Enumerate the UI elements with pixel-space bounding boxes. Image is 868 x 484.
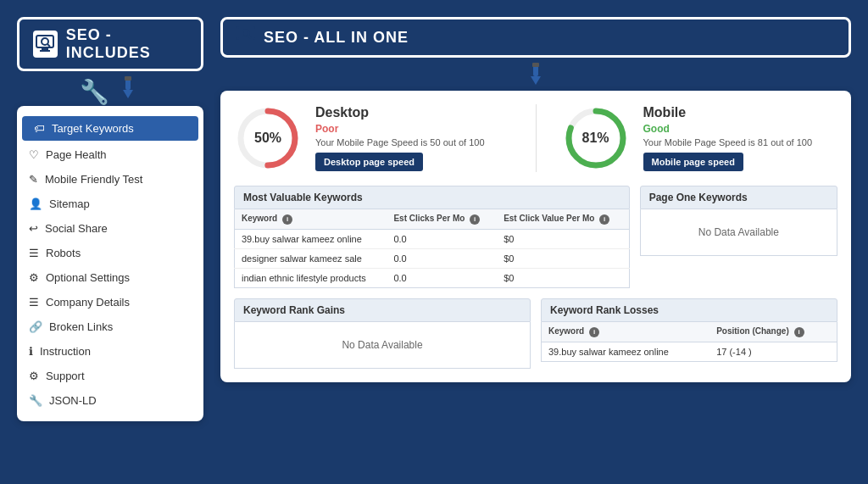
left-panel: SEO - INCLUDES 🔧 🏷 Target Keywords ♡ Pag… [17,17,203,421]
svg-rect-2 [40,50,50,52]
seo-all-in-one-header: SEO - ALL IN ONE [220,17,851,58]
svg-marker-6 [123,90,133,98]
mobile-speed-info: Mobile Good Your Mobile Page Speed is 81… [643,105,813,171]
keyword-rank-gains-header: Keyword Rank Gains [234,298,531,322]
seo-all-icon-box [236,26,255,48]
share-icon: ↩ [29,222,38,235]
bottom-tables-row: Keyword Rank Gains No Data Available Key… [234,298,837,369]
seo-all-in-one-title: SEO - ALL IN ONE [264,29,409,47]
json-icon: 🔧 [29,394,42,407]
position-col-header: Position (Change) i [709,322,837,342]
instruction-icon: ℹ [29,345,33,358]
value-col-header: Est Click Value Per Mo i [497,209,629,230]
keyword-col-header: Keyword i [235,209,387,230]
company-icon: ☰ [29,296,39,309]
right-arrow-down [523,61,548,89]
keyword-cell: designer salwar kameez sale [235,249,387,269]
desktop-speed-card: 50% Desktop Poor Your Mobile Page Speed … [234,104,510,172]
value-cell: $0 [497,230,629,249]
keyword-rank-gains-no-data: No Data Available [234,322,531,369]
mobile-gauge-label: 81% [581,131,609,146]
clicks-cell: 0.0 [387,249,497,269]
keyword-rank-losses-table: Keyword i Position (Change) i [541,322,837,362]
desktop-status: Poor [315,123,485,135]
clicks-cell: 0.0 [387,230,497,249]
page-one-keywords-header: Page One Keywords [640,186,837,209]
keyword-cell: indian ethnic lifestyle products [235,269,387,288]
speed-divider [536,104,537,172]
loss-keyword-col-header: Keyword i [542,322,710,342]
svg-line-4 [47,44,50,47]
page-one-keywords-section: Page One Keywords No Data Available [640,186,837,288]
desktop-speed-info: Desktop Poor Your Mobile Page Speed is 5… [315,105,485,171]
most-valuable-keywords-header: Most Valuable Keywords [234,186,630,209]
most-valuable-keywords-table: Keyword i Est Clicks Per Mo i Est Click … [234,209,630,288]
seo-includes-header: SEO - INCLUDES [17,17,203,71]
value-info-icon[interactable]: i [599,214,609,225]
svg-point-3 [42,38,48,45]
page-one-keywords-no-data: No Data Available [640,209,837,256]
svg-line-12 [248,36,251,38]
keyword-rank-losses-header: Keyword Rank Losses [541,298,837,322]
sidebar-item-company-details[interactable]: ☰ Company Details [17,290,203,314]
sidebar-item-target-keywords[interactable]: 🏷 Target Keywords [22,116,198,141]
sidebar: 🏷 Target Keywords ♡ Page Health ✎ Mobile… [17,106,203,421]
settings-icon: ⚙ [29,271,39,284]
sidebar-item-social-share[interactable]: ↩ Social Share [17,216,203,241]
clicks-info-icon[interactable]: i [470,214,480,225]
sidebar-item-optional-settings[interactable]: ⚙ Optional Settings [17,265,203,290]
most-valuable-keywords-section: Most Valuable Keywords Keyword i Est Cli… [234,186,630,288]
sitemap-icon: 👤 [29,197,42,210]
sidebar-item-page-health[interactable]: ♡ Page Health [17,142,203,167]
svg-rect-9 [242,39,249,42]
sidebar-item-json-ld[interactable]: 🔧 JSON-LD [17,388,203,413]
desktop-speed-button[interactable]: Desktop page speed [315,153,423,171]
sidebar-item-support[interactable]: ⚙ Support [17,364,203,388]
desktop-description: Your Mobile Page Speed is 50 out of 100 [315,137,485,147]
mobile-gauge: 81% [562,104,630,172]
heart-icon: ♡ [29,148,39,161]
paintbrush-icon-right [523,61,548,86]
seo-includes-title: SEO - INCLUDES [66,26,187,62]
top-tables-row: Most Valuable Keywords Keyword i Est Cli… [234,186,837,288]
position-info-icon[interactable]: i [794,327,804,337]
speed-section: 50% Desktop Poor Your Mobile Page Speed … [234,104,837,172]
svg-point-11 [242,30,249,36]
clicks-col-header: Est Clicks Per Mo i [387,209,497,230]
left-arrow-down: 🔧 [80,75,142,104]
svg-marker-14 [531,76,541,85]
mobile-speed-card: 81% Mobile Good Your Mobile Page Speed i… [562,104,838,172]
sidebar-item-robots[interactable]: ☰ Robots [17,241,203,265]
keyword-cell: 39.buy salwar kameez online [235,230,387,249]
support-icon: ⚙ [29,370,39,382]
tag-icon: 🏷 [34,122,45,135]
svg-rect-15 [532,63,539,67]
mobile-description: Your Mobile Page Speed is 81 out of 100 [643,137,813,147]
clicks-cell: 0.0 [387,269,497,288]
seo-includes-icon-box [33,31,58,58]
sidebar-item-sitemap[interactable]: 👤 Sitemap [17,192,203,216]
mobile-icon: ✎ [29,173,38,186]
loss-keyword-info-icon[interactable]: i [589,327,599,337]
sidebar-item-mobile-friendly[interactable]: ✎ Mobile Friendly Test [17,167,203,192]
value-cell: $0 [497,269,629,288]
keyword-info-icon[interactable]: i [282,214,292,225]
svg-rect-1 [42,47,48,50]
robots-icon: ☰ [29,247,39,259]
loss-keyword-cell: 39.buy salwar kameez online [542,342,710,362]
sidebar-item-instruction[interactable]: ℹ Instruction [17,339,203,364]
svg-rect-10 [241,42,251,43]
svg-rect-7 [125,76,131,81]
desktop-gauge-label: 50% [254,131,281,146]
desktop-gauge: 50% [234,104,302,172]
position-cell: 17 (-14 ) [709,342,837,362]
seo-icon [36,35,54,53]
table-row: 39.buy salwar kameez online 0.0 $0 [235,230,630,249]
mobile-speed-button[interactable]: Mobile page speed [643,153,743,171]
main-container: SEO - INCLUDES 🔧 🏷 Target Keywords ♡ Pag… [17,17,851,467]
keyword-rank-losses-section: Keyword Rank Losses Keyword i Position (… [541,298,837,369]
right-panel: SEO - ALL IN ONE 50% [220,17,851,382]
sidebar-item-broken-links[interactable]: 🔗 Broken Links [17,314,203,339]
paintbrush-icon-left [115,75,141,100]
seo-all-icon [236,26,255,45]
